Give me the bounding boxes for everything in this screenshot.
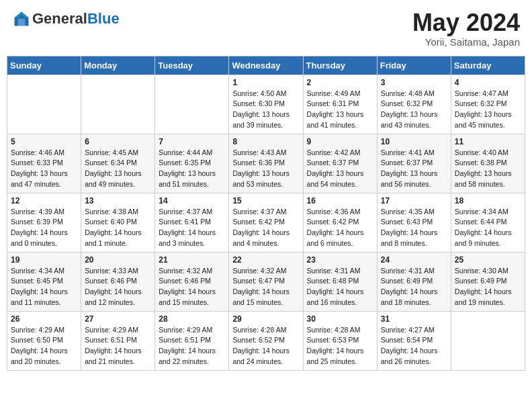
logo: GeneralBlue xyxy=(12,9,120,28)
day-number: 1 xyxy=(232,78,299,87)
day-info: Sunrise: 4:44 AM Sunset: 6:35 PM Dayligh… xyxy=(159,148,225,190)
location-text: Yorii, Saitama, Japan xyxy=(412,36,520,48)
day-info: Sunrise: 4:37 AM Sunset: 6:42 PM Dayligh… xyxy=(232,207,299,249)
day-number: 30 xyxy=(307,314,373,324)
calendar-cell: 26Sunrise: 4:29 AM Sunset: 6:50 PM Dayli… xyxy=(7,311,81,370)
day-number: 31 xyxy=(381,314,447,324)
day-number: 13 xyxy=(85,196,151,205)
week-row-2: 5Sunrise: 4:46 AM Sunset: 6:33 PM Daylig… xyxy=(7,134,525,193)
day-info: Sunrise: 4:46 AM Sunset: 6:33 PM Dayligh… xyxy=(11,148,77,190)
calendar-cell: 3Sunrise: 4:48 AM Sunset: 6:32 PM Daylig… xyxy=(377,75,451,134)
day-number: 11 xyxy=(455,137,521,146)
day-number: 27 xyxy=(85,314,151,324)
calendar-cell: 7Sunrise: 4:44 AM Sunset: 6:35 PM Daylig… xyxy=(155,134,229,193)
day-info: Sunrise: 4:33 AM Sunset: 6:46 PM Dayligh… xyxy=(85,266,151,308)
calendar-cell: 27Sunrise: 4:29 AM Sunset: 6:51 PM Dayli… xyxy=(81,311,155,370)
logo-blue-text: Blue xyxy=(87,10,120,27)
calendar-cell: 17Sunrise: 4:35 AM Sunset: 6:43 PM Dayli… xyxy=(377,193,451,252)
day-info: Sunrise: 4:48 AM Sunset: 6:32 PM Dayligh… xyxy=(381,89,447,131)
day-number: 7 xyxy=(159,137,225,146)
calendar-cell: 13Sunrise: 4:38 AM Sunset: 6:40 PM Dayli… xyxy=(81,193,155,252)
calendar-cell: 29Sunrise: 4:28 AM Sunset: 6:52 PM Dayli… xyxy=(229,311,303,370)
day-info: Sunrise: 4:27 AM Sunset: 6:54 PM Dayligh… xyxy=(381,325,447,367)
title-block: May 2024 Yorii, Saitama, Japan xyxy=(412,9,520,48)
calendar-cell: 4Sunrise: 4:47 AM Sunset: 6:32 PM Daylig… xyxy=(451,75,525,134)
calendar-cell: 6Sunrise: 4:45 AM Sunset: 6:34 PM Daylig… xyxy=(81,134,155,193)
day-number: 29 xyxy=(232,314,299,324)
day-info: Sunrise: 4:37 AM Sunset: 6:41 PM Dayligh… xyxy=(159,207,225,249)
day-info: Sunrise: 4:38 AM Sunset: 6:40 PM Dayligh… xyxy=(85,207,151,249)
day-info: Sunrise: 4:28 AM Sunset: 6:53 PM Dayligh… xyxy=(307,325,373,367)
week-row-4: 19Sunrise: 4:34 AM Sunset: 6:45 PM Dayli… xyxy=(7,252,525,311)
day-number: 14 xyxy=(159,196,225,205)
day-number: 28 xyxy=(159,314,225,324)
day-number: 2 xyxy=(307,78,373,87)
calendar-cell: 1Sunrise: 4:50 AM Sunset: 6:30 PM Daylig… xyxy=(229,75,303,134)
calendar-cell: 28Sunrise: 4:29 AM Sunset: 6:51 PM Dayli… xyxy=(155,311,229,370)
day-number: 17 xyxy=(381,196,447,205)
week-row-5: 26Sunrise: 4:29 AM Sunset: 6:50 PM Dayli… xyxy=(7,311,525,370)
day-info: Sunrise: 4:43 AM Sunset: 6:36 PM Dayligh… xyxy=(232,148,299,190)
day-info: Sunrise: 4:31 AM Sunset: 6:49 PM Dayligh… xyxy=(381,266,447,308)
day-header-saturday: Saturday xyxy=(451,56,525,75)
day-info: Sunrise: 4:35 AM Sunset: 6:43 PM Dayligh… xyxy=(381,207,447,249)
day-number: 22 xyxy=(232,255,299,265)
calendar-header: GeneralBlue May 2024 Yorii, Saitama, Jap… xyxy=(7,7,525,50)
day-header-thursday: Thursday xyxy=(303,56,377,75)
day-number: 9 xyxy=(307,137,373,146)
calendar-cell: 21Sunrise: 4:32 AM Sunset: 6:46 PM Dayli… xyxy=(155,252,229,311)
day-info: Sunrise: 4:49 AM Sunset: 6:31 PM Dayligh… xyxy=(307,89,373,131)
calendar-cell: 31Sunrise: 4:27 AM Sunset: 6:54 PM Dayli… xyxy=(377,311,451,370)
day-header-monday: Monday xyxy=(81,56,155,75)
day-info: Sunrise: 4:32 AM Sunset: 6:47 PM Dayligh… xyxy=(232,266,299,308)
calendar-cell xyxy=(81,75,155,134)
day-header-friday: Friday xyxy=(377,56,451,75)
calendar-cell: 12Sunrise: 4:39 AM Sunset: 6:39 PM Dayli… xyxy=(7,193,81,252)
calendar-cell: 22Sunrise: 4:32 AM Sunset: 6:47 PM Dayli… xyxy=(229,252,303,311)
calendar-cell: 15Sunrise: 4:37 AM Sunset: 6:42 PM Dayli… xyxy=(229,193,303,252)
day-number: 18 xyxy=(455,196,521,205)
day-number: 25 xyxy=(455,255,521,265)
week-row-3: 12Sunrise: 4:39 AM Sunset: 6:39 PM Dayli… xyxy=(7,193,525,252)
day-info: Sunrise: 4:29 AM Sunset: 6:51 PM Dayligh… xyxy=(159,325,225,367)
day-info: Sunrise: 4:31 AM Sunset: 6:48 PM Dayligh… xyxy=(307,266,373,308)
day-info: Sunrise: 4:29 AM Sunset: 6:50 PM Dayligh… xyxy=(11,325,77,367)
logo-icon xyxy=(12,9,31,28)
day-number: 19 xyxy=(11,255,77,265)
calendar-cell: 24Sunrise: 4:31 AM Sunset: 6:49 PM Dayli… xyxy=(377,252,451,311)
day-info: Sunrise: 4:28 AM Sunset: 6:52 PM Dayligh… xyxy=(232,325,299,367)
calendar-cell: 5Sunrise: 4:46 AM Sunset: 6:33 PM Daylig… xyxy=(7,134,81,193)
day-number: 24 xyxy=(381,255,447,265)
day-info: Sunrise: 4:42 AM Sunset: 6:37 PM Dayligh… xyxy=(307,148,373,190)
calendar-cell: 30Sunrise: 4:28 AM Sunset: 6:53 PM Dayli… xyxy=(303,311,377,370)
day-number: 20 xyxy=(85,255,151,265)
day-number: 8 xyxy=(232,137,299,146)
month-title: May 2024 xyxy=(412,9,520,36)
day-number: 4 xyxy=(455,78,521,87)
day-number: 26 xyxy=(11,314,77,324)
calendar-cell: 19Sunrise: 4:34 AM Sunset: 6:45 PM Dayli… xyxy=(7,252,81,311)
calendar-cell: 10Sunrise: 4:41 AM Sunset: 6:37 PM Dayli… xyxy=(377,134,451,193)
day-number: 21 xyxy=(159,255,225,265)
week-row-1: 1Sunrise: 4:50 AM Sunset: 6:30 PM Daylig… xyxy=(7,75,525,134)
logo-general-text: General xyxy=(32,10,87,27)
calendar-cell: 8Sunrise: 4:43 AM Sunset: 6:36 PM Daylig… xyxy=(229,134,303,193)
day-info: Sunrise: 4:29 AM Sunset: 6:51 PM Dayligh… xyxy=(85,325,151,367)
day-info: Sunrise: 4:34 AM Sunset: 6:44 PM Dayligh… xyxy=(455,207,521,249)
calendar-cell xyxy=(7,75,81,134)
day-number: 6 xyxy=(85,137,151,146)
calendar-cell: 20Sunrise: 4:33 AM Sunset: 6:46 PM Dayli… xyxy=(81,252,155,311)
day-info: Sunrise: 4:41 AM Sunset: 6:37 PM Dayligh… xyxy=(381,148,447,190)
day-info: Sunrise: 4:34 AM Sunset: 6:45 PM Dayligh… xyxy=(11,266,77,308)
calendar-cell: 2Sunrise: 4:49 AM Sunset: 6:31 PM Daylig… xyxy=(303,75,377,134)
calendar-cell: 16Sunrise: 4:36 AM Sunset: 6:42 PM Dayli… xyxy=(303,193,377,252)
days-header-row: SundayMondayTuesdayWednesdayThursdayFrid… xyxy=(7,56,525,75)
calendar-cell: 11Sunrise: 4:40 AM Sunset: 6:38 PM Dayli… xyxy=(451,134,525,193)
calendar-cell xyxy=(451,311,525,370)
day-info: Sunrise: 4:32 AM Sunset: 6:46 PM Dayligh… xyxy=(159,266,225,308)
day-number: 23 xyxy=(307,255,373,265)
calendar-cell xyxy=(155,75,229,134)
day-number: 5 xyxy=(11,137,77,146)
calendar-cell: 23Sunrise: 4:31 AM Sunset: 6:48 PM Dayli… xyxy=(303,252,377,311)
calendar-cell: 25Sunrise: 4:30 AM Sunset: 6:49 PM Dayli… xyxy=(451,252,525,311)
